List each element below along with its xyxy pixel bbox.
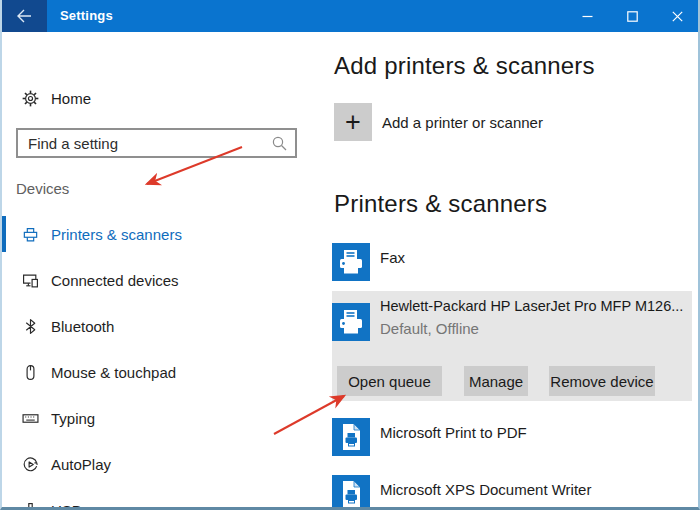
printer-row-fax[interactable]: Fax (332, 243, 405, 281)
sidebar-item-usb[interactable]: USB (2, 487, 320, 510)
sidebar-item-label: Bluetooth (51, 318, 114, 335)
sidebar-nav: Printers & scanners Connected devices Bl… (2, 211, 320, 510)
close-button[interactable] (655, 0, 700, 32)
close-icon (672, 11, 683, 22)
usb-icon (22, 502, 39, 510)
sidebar-item-label: Mouse & touchpad (51, 364, 176, 381)
sidebar-item-label: Typing (51, 410, 95, 427)
printer-row-hp-selected[interactable]: Hewlett-Packard HP LaserJet Pro MFP M126… (332, 291, 692, 401)
printer-status: Default, Offline (380, 320, 479, 337)
autoplay-icon (22, 456, 39, 473)
sidebar-item-label: AutoPlay (51, 456, 111, 473)
printer-tile-icon (332, 303, 370, 341)
mouse-icon (22, 364, 39, 381)
printer-row-xps[interactable]: Microsoft XPS Document Writer (332, 475, 591, 510)
sidebar-item-home[interactable]: Home (22, 84, 91, 112)
remove-device-button[interactable]: Remove device (549, 366, 655, 396)
search-input[interactable] (18, 130, 295, 156)
sidebar-item-label: USB (51, 502, 82, 510)
printer-name: Microsoft Print to PDF (380, 424, 527, 441)
printer-icon (22, 226, 39, 243)
manage-button[interactable]: Manage (464, 366, 528, 396)
maximize-button[interactable] (610, 0, 655, 32)
keyboard-icon (22, 410, 39, 427)
printer-row-pdf[interactable]: Microsoft Print to PDF (332, 418, 527, 456)
document-printer-tile-icon (332, 418, 370, 456)
titlebar: Settings (0, 0, 700, 32)
window-title: Settings (60, 0, 113, 32)
sidebar-item-printers-scanners[interactable]: Printers & scanners (2, 211, 320, 257)
settings-window: Settings (0, 0, 700, 510)
maximize-icon (627, 11, 638, 22)
printer-name: Fax (380, 249, 405, 266)
printer-name: Hewlett-Packard HP LaserJet Pro MFP M126… (380, 298, 690, 314)
minimize-icon (582, 11, 593, 22)
printer-tile-icon (332, 243, 370, 281)
sidebar-item-autoplay[interactable]: AutoPlay (2, 441, 320, 487)
add-printer-label: Add a printer or scanner (382, 114, 543, 131)
devices-section-label: Devices (16, 180, 69, 197)
search-box (16, 128, 297, 158)
sidebar-home-label: Home (51, 90, 91, 107)
open-queue-button[interactable]: Open queue (337, 366, 442, 396)
sidebar-item-typing[interactable]: Typing (2, 395, 320, 441)
sidebar-item-connected-devices[interactable]: Connected devices (2, 257, 320, 303)
sidebar-item-label: Printers & scanners (51, 226, 182, 243)
minimize-button[interactable] (565, 0, 610, 32)
printer-name: Microsoft XPS Document Writer (380, 481, 591, 498)
bluetooth-icon (22, 318, 39, 335)
plus-icon: + (334, 103, 372, 141)
sidebar-item-bluetooth[interactable]: Bluetooth (2, 303, 320, 349)
search-icon[interactable] (271, 135, 288, 152)
printers-list-heading: Printers & scanners (334, 190, 547, 218)
add-printers-heading: Add printers & scanners (334, 52, 595, 80)
sidebar-item-label: Connected devices (51, 272, 179, 289)
sidebar-item-mouse-touchpad[interactable]: Mouse & touchpad (2, 349, 320, 395)
connected-devices-icon (22, 272, 39, 289)
document-printer-tile-icon (332, 475, 370, 510)
add-printer-button[interactable]: + Add a printer or scanner (334, 103, 543, 141)
sidebar: Home Devices Printers & scanners (2, 32, 320, 507)
gear-icon (22, 90, 39, 107)
back-arrow-icon (16, 9, 32, 23)
back-button[interactable] (0, 0, 47, 32)
